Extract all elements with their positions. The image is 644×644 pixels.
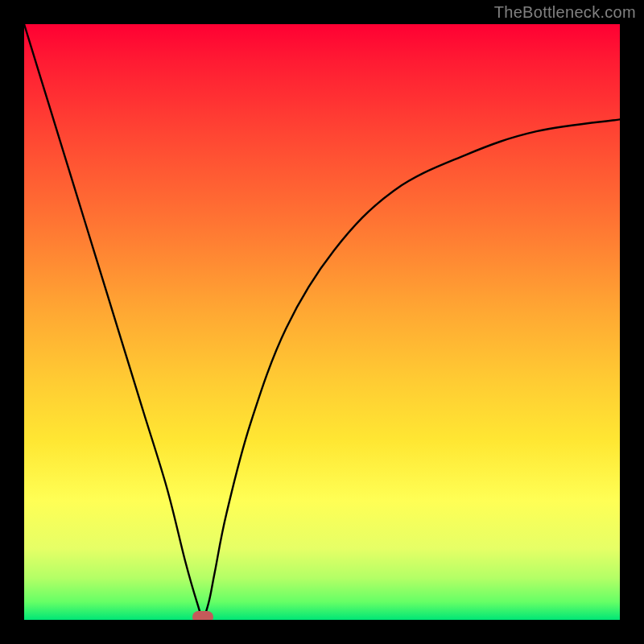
chart-frame: TheBottleneck.com	[0, 0, 644, 644]
minimum-marker	[192, 611, 213, 620]
watermark-text: TheBottleneck.com	[494, 3, 636, 22]
curve-svg	[24, 24, 620, 620]
plot-area	[24, 24, 620, 620]
bottleneck-curve	[24, 24, 620, 617]
